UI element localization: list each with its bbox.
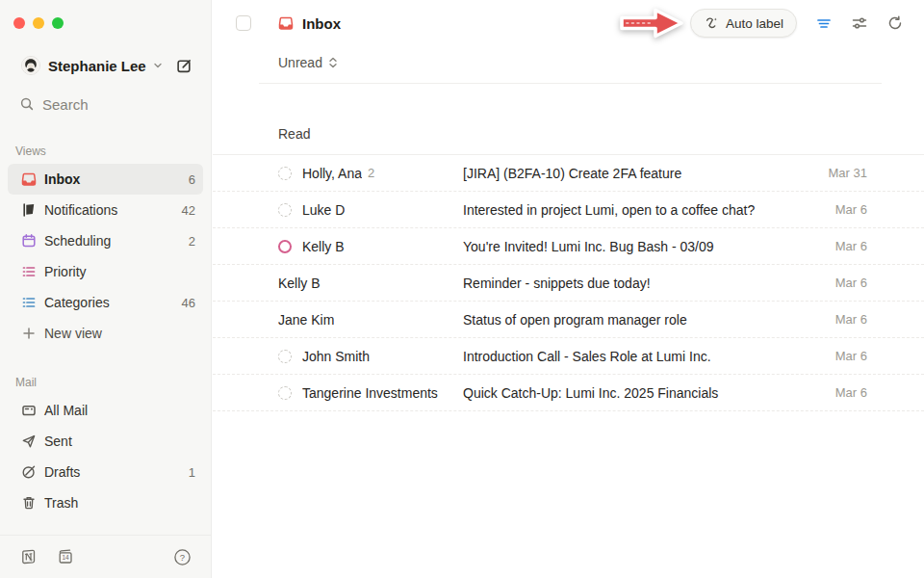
- inbox-icon: [21, 171, 37, 187]
- mail-row[interactable]: Jane Kim Status of open program manager …: [213, 302, 924, 338]
- unread-status-circle-icon[interactable]: [278, 203, 292, 217]
- help-icon[interactable]: ?: [170, 545, 193, 568]
- subject-text: Status of open program manager role: [463, 312, 835, 328]
- sidebar-item-trash[interactable]: Trash: [8, 487, 203, 518]
- sidebar-item-label: New view: [44, 326, 102, 341]
- calendar-app-icon[interactable]: 14: [54, 545, 77, 568]
- account-switcher[interactable]: Stephanie Lee: [21, 50, 195, 81]
- sidebar-item-label: Priority: [44, 264, 87, 279]
- sidebar-item-priority[interactable]: Priority: [8, 256, 203, 287]
- mail-date: Mar 6: [835, 276, 867, 290]
- sidebar-item-notifications[interactable]: Notifications 42: [8, 195, 203, 225]
- list-header: Inbox Auto label: [213, 0, 924, 46]
- chevron-down-icon: [153, 61, 163, 70]
- sidebar-item-all-mail[interactable]: All Mail: [8, 395, 203, 426]
- avatar: [21, 56, 40, 75]
- sidebar: Stephanie Lee Search Views Inbox 6: [0, 0, 212, 578]
- sidebar-item-sent[interactable]: Sent: [8, 426, 203, 457]
- mail-date: Mar 6: [835, 349, 867, 363]
- subject-text: Interested in project Lumi, open to a co…: [463, 202, 835, 218]
- auto-label-button[interactable]: Auto label: [690, 9, 797, 38]
- unread-status-circle-icon[interactable]: [278, 350, 292, 363]
- flag-icon: [21, 202, 37, 218]
- mail-date: Mar 6: [835, 312, 867, 327]
- mail-row[interactable]: Luke D Interested in project Lumi, open …: [213, 192, 924, 228]
- sidebar-item-label: Sent: [44, 434, 72, 449]
- sender-name: Tangerine Investments: [302, 385, 438, 401]
- sidebar-item-label: Drafts: [44, 464, 80, 480]
- sender-name: Holly, Ana: [302, 166, 362, 181]
- compose-button[interactable]: [172, 54, 195, 77]
- sidebar-item-label: Trash: [44, 495, 78, 511]
- refresh-icon[interactable]: [886, 13, 905, 33]
- sidebar-item-categories[interactable]: Categories 46: [8, 287, 203, 318]
- unread-count-badge: 42: [182, 203, 195, 218]
- unread-section-toggle[interactable]: Unread: [213, 46, 924, 79]
- sender-name: Kelly B: [302, 239, 345, 254]
- profile-name: Stephanie Lee: [48, 58, 146, 74]
- minimize-window-button[interactable]: [33, 17, 44, 29]
- sender-name: Luke D: [302, 202, 345, 218]
- subject-text: Quick Catch-Up: Lumi Inc. 2025 Financial…: [463, 385, 835, 401]
- unread-count-badge: 2: [189, 234, 195, 249]
- auto-label-icon: [704, 15, 719, 31]
- sender-name: John Smith: [302, 349, 370, 364]
- mail-row[interactable]: Tangerine Investments Quick Catch-Up: Lu…: [213, 375, 924, 411]
- draft-icon: [21, 464, 37, 480]
- mail-section-label: Mail: [15, 376, 211, 389]
- auto-label-label: Auto label: [726, 16, 783, 31]
- sender-name: Jane Kim: [278, 312, 334, 328]
- sidebar-item-inbox[interactable]: Inbox 6: [8, 164, 203, 195]
- search-placeholder: Search: [42, 96, 89, 113]
- subject-text: [JIRA] (B2FA-10) Create 2FA feature: [463, 166, 829, 181]
- send-icon: [21, 434, 37, 449]
- mail-row[interactable]: Holly, Ana 2 [JIRA] (B2FA-10) Create 2FA…: [213, 155, 924, 192]
- all-mail-icon: [21, 403, 37, 418]
- search-input[interactable]: Search: [19, 89, 195, 119]
- mail-date: Mar 6: [835, 202, 867, 217]
- svg-text:14: 14: [62, 554, 69, 561]
- sidebar-item-label: Inbox: [44, 171, 80, 187]
- new-view-button[interactable]: New view: [8, 318, 203, 349]
- unread-status-circle-icon[interactable]: [278, 386, 292, 400]
- search-icon: [19, 96, 35, 112]
- unread-section-label: Unread: [278, 55, 322, 70]
- unread-count-badge: 6: [189, 172, 195, 187]
- label-ring-icon[interactable]: [278, 240, 292, 253]
- close-window-button[interactable]: [13, 17, 25, 29]
- annotation-arrow-icon: [613, 4, 688, 42]
- mail-row[interactable]: Kelly B You're Invited! Lumi Inc. Bug Ba…: [213, 228, 924, 265]
- filter-icon[interactable]: [814, 13, 834, 33]
- display-settings-icon[interactable]: [850, 13, 869, 33]
- sidebar-item-label: Notifications: [44, 202, 117, 218]
- sidebar-footer: 14 ?: [0, 535, 211, 578]
- unread-status-circle-icon[interactable]: [278, 167, 292, 180]
- select-all-checkbox[interactable]: [236, 15, 251, 31]
- mail-row[interactable]: Kelly B Reminder - snippets due today! M…: [213, 265, 924, 302]
- svg-text:?: ?: [179, 552, 184, 563]
- section-divider: [259, 83, 882, 84]
- subject-text: Reminder - snippets due today!: [463, 276, 835, 291]
- thread-count: 2: [368, 166, 374, 180]
- sidebar-item-drafts[interactable]: Drafts 1: [8, 457, 203, 487]
- mail-list-pane: Inbox Auto label: [213, 0, 924, 578]
- zoom-window-button[interactable]: [52, 17, 64, 29]
- window-controls: [0, 0, 211, 29]
- mail-date: Mar 6: [835, 385, 867, 400]
- notion-logo-icon[interactable]: [17, 545, 40, 568]
- sidebar-item-label: Scheduling: [44, 233, 111, 249]
- subject-text: You're Invited! Lumi Inc. Bug Bash - 03/…: [463, 239, 835, 254]
- sidebar-item-scheduling[interactable]: Scheduling 2: [8, 225, 203, 256]
- calendar-icon: [21, 233, 37, 249]
- mail-date: Mar 6: [835, 239, 867, 253]
- unread-count-badge: 46: [182, 296, 195, 310]
- page-title: Inbox: [302, 15, 341, 32]
- priority-list-icon: [21, 264, 37, 279]
- sort-chevrons-icon: [327, 56, 339, 69]
- subject-text: Introduction Call - Sales Role at Lumi I…: [463, 349, 835, 364]
- mail-row[interactable]: John Smith Introduction Call - Sales Rol…: [213, 338, 924, 375]
- trash-icon: [21, 495, 37, 511]
- plus-icon: [21, 326, 37, 341]
- categories-list-icon: [21, 295, 37, 310]
- read-section-label: Read: [213, 126, 924, 155]
